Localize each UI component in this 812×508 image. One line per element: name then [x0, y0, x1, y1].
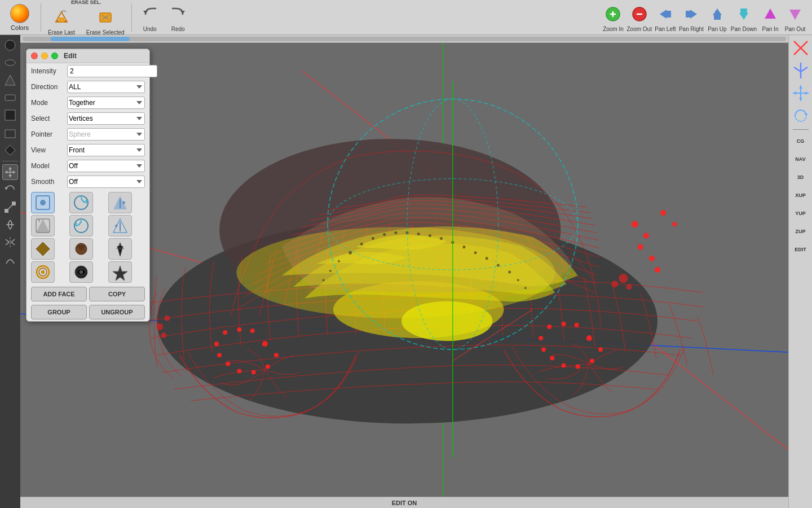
- palette-tool-mirror[interactable]: [2, 234, 18, 250]
- tool-btn-11[interactable]: [69, 261, 93, 283]
- pan-right-label: Pan Right: [679, 26, 704, 32]
- move-arrows-button[interactable]: [790, 82, 811, 104]
- svg-marker-125: [36, 219, 50, 233]
- pan-down-button[interactable]: Pan Down: [731, 3, 757, 32]
- palette-tool-3[interactable]: [2, 72, 18, 88]
- tool-btn-1[interactable]: [31, 192, 55, 213]
- palette-tool-twist[interactable]: [2, 217, 18, 233]
- tool-btn-5[interactable]: [69, 215, 93, 237]
- direction-row: Direction ALL X Y Z XY XZ YZ: [27, 79, 149, 95]
- top-toolbar: Colors ERASE SEL. Erase Last: [0, 0, 812, 35]
- colors-button[interactable]: Colors: [6, 4, 34, 31]
- mode-select[interactable]: Together Separate: [67, 97, 145, 109]
- pan-up-button[interactable]: Pan Up: [706, 3, 729, 32]
- undo-label: Undo: [143, 26, 157, 32]
- svg-marker-15: [739, 13, 748, 20]
- svg-point-95: [619, 274, 628, 283]
- yup-button[interactable]: YUP: [790, 205, 811, 222]
- smooth-select[interactable]: Off On: [67, 176, 145, 188]
- palette-tool-7[interactable]: [2, 142, 18, 158]
- svg-marker-130: [36, 242, 50, 256]
- zoom-out-button[interactable]: Zoom Out: [626, 3, 651, 32]
- erase-last-label: Erase Last: [48, 29, 75, 36]
- svg-point-83: [541, 347, 546, 352]
- xup-button[interactable]: XUP: [790, 187, 811, 204]
- y-axis-button[interactable]: [790, 60, 811, 81]
- add-face-button[interactable]: ADD FACE: [31, 287, 87, 301]
- window-maximize-button[interactable]: [51, 52, 58, 59]
- edit-panel: Edit Intensity Direction ALL X Y Z XY XZ…: [26, 49, 150, 322]
- tool-btn-6[interactable]: [108, 215, 132, 237]
- undo-button[interactable]: Undo: [139, 3, 161, 32]
- svg-point-100: [161, 332, 166, 338]
- palette-tool-scale[interactable]: [2, 199, 18, 215]
- svg-point-137: [80, 270, 83, 274]
- zoom-in-icon: [602, 3, 624, 25]
- palette-tool-4[interactable]: [2, 90, 18, 106]
- pan-in-button[interactable]: Pan In: [759, 3, 782, 32]
- tool-btn-4[interactable]: [31, 215, 55, 237]
- pan-down-label: Pan Down: [731, 26, 757, 32]
- svg-marker-32: [5, 187, 8, 190]
- rotate-button[interactable]: [790, 105, 811, 126]
- pan-up-label: Pan Up: [708, 26, 726, 32]
- nav-button[interactable]: NAV: [790, 151, 811, 168]
- svg-point-81: [561, 363, 566, 367]
- svg-point-84: [539, 336, 543, 340]
- mode-label: Mode: [31, 99, 64, 107]
- svg-marker-25: [5, 145, 15, 155]
- pan-out-button[interactable]: Pan Out: [784, 3, 806, 32]
- model-select[interactable]: Off On: [67, 160, 145, 172]
- svg-point-87: [575, 323, 579, 327]
- palette-tool-rotate[interactable]: [2, 182, 18, 198]
- palette-tool-6[interactable]: [2, 125, 18, 141]
- view-select[interactable]: Front Back Left Right Top Bottom: [67, 144, 145, 156]
- pan-left-button[interactable]: Pan Left: [654, 3, 677, 32]
- erase-last-button[interactable]: Erase Last: [48, 6, 75, 36]
- palette-tool-bend[interactable]: [2, 252, 18, 268]
- ungroup-button[interactable]: UNGROUP: [89, 305, 145, 319]
- pan-out-icon: [784, 3, 806, 25]
- palette-tool-5[interactable]: [2, 107, 18, 123]
- direction-select[interactable]: ALL X Y Z XY XZ YZ: [67, 81, 145, 93]
- zup-button[interactable]: ZUP: [790, 223, 811, 240]
- svg-point-76: [250, 329, 255, 333]
- tool-btn-12[interactable]: [108, 261, 132, 283]
- add-copy-row: ADD FACE COPY: [27, 285, 149, 303]
- tool-grid: [27, 190, 149, 285]
- x-axis-button[interactable]: [790, 37, 811, 59]
- cg-button[interactable]: CG: [790, 133, 811, 150]
- svg-marker-11: [690, 10, 697, 19]
- scrollbar-area[interactable]: [20, 35, 788, 43]
- svg-point-72: [217, 353, 222, 357]
- tool-btn-7[interactable]: [31, 238, 55, 260]
- window-close-button[interactable]: [31, 52, 38, 59]
- pointer-label: Pointer: [31, 130, 64, 138]
- palette-tool-move[interactable]: [2, 164, 18, 180]
- redo-button[interactable]: Redo: [167, 3, 189, 32]
- group-button[interactable]: GROUP: [31, 305, 87, 319]
- tool-btn-3[interactable]: [108, 192, 132, 213]
- erase-selected-button[interactable]: Erase Selected: [86, 6, 125, 36]
- palette-tool-1[interactable]: [2, 37, 18, 53]
- pan-right-button[interactable]: Pan Right: [679, 3, 704, 32]
- tool-btn-10[interactable]: [31, 261, 55, 283]
- svg-point-70: [237, 369, 241, 374]
- tool-btn-9[interactable]: [108, 238, 132, 260]
- svg-point-69: [251, 370, 256, 375]
- select-select[interactable]: Vertices Edges Faces: [67, 112, 145, 125]
- zoom-in-button[interactable]: Zoom In: [602, 3, 624, 32]
- palette-tool-2[interactable]: [2, 55, 18, 71]
- svg-point-79: [590, 358, 594, 363]
- scrollbar-track[interactable]: [23, 37, 786, 41]
- tool-btn-2[interactable]: [69, 192, 93, 213]
- tool-btn-8[interactable]: [69, 238, 93, 260]
- scrollbar-thumb[interactable]: [51, 37, 130, 41]
- intensity-input[interactable]: [67, 65, 157, 77]
- pointer-select[interactable]: Sphere Cylinder Box: [67, 128, 145, 141]
- svg-point-19: [5, 40, 15, 50]
- 3d-button[interactable]: 3D: [790, 169, 811, 186]
- copy-button[interactable]: COPY: [89, 287, 145, 301]
- window-minimize-button[interactable]: [41, 52, 48, 59]
- edit-button[interactable]: EDIT: [790, 241, 811, 258]
